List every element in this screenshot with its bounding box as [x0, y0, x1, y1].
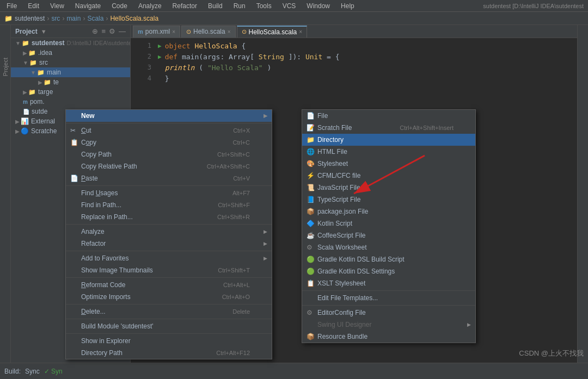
menu-label-paste: Paste	[81, 175, 98, 182]
cut-shortcut: Ctrl+X	[233, 127, 263, 134]
tree-item-main[interactable]: ▼ 📁 main	[11, 67, 130, 77]
menu-build[interactable]: Build	[206, 1, 225, 11]
separator-5	[66, 277, 272, 278]
paste-shortcut: Ctrl+V	[233, 175, 263, 182]
separator-3	[66, 224, 272, 225]
breadcrumb-project[interactable]: sutdentest	[15, 15, 45, 22]
menu-file[interactable]: File	[4, 1, 19, 11]
menu-item-show-explorer[interactable]: Show in Explorer	[66, 335, 272, 347]
settings-icon[interactable]: ⚙	[109, 27, 115, 35]
menu-label-add-favorites: Add to Favorites	[81, 254, 128, 262]
tree-item-target[interactable]: ▶ 📁 targe	[11, 87, 130, 97]
menu-item-cut[interactable]: ✂ Cut Ctrl+X	[66, 125, 272, 136]
filter-icon[interactable]: ≡	[101, 27, 106, 35]
tab-helloscala[interactable]: ⊙ HelloScala.scala ×	[237, 26, 308, 38]
menu-vcs[interactable]: VCS	[280, 1, 298, 11]
menu-item-kotlin-script[interactable]: 🔷 Kotlin Script	[302, 218, 475, 229]
menu-item-reformat[interactable]: Reformat Code Ctrl+Alt+L	[66, 279, 272, 291]
menu-refactor[interactable]: Refactor	[170, 1, 199, 11]
line-num-3: 3	[135, 64, 151, 71]
minimize-icon[interactable]: —	[119, 27, 126, 35]
menu-item-add-favorites[interactable]: Add to Favorites	[66, 252, 272, 264]
sep-right-2	[302, 305, 475, 306]
breadcrumb-scala[interactable]: Scala	[87, 15, 103, 22]
menu-item-directory[interactable]: 📁 Directory	[302, 134, 475, 146]
html-file-icon: 🌐	[307, 148, 315, 156]
breadcrumb-main[interactable]: main	[66, 15, 81, 22]
breadcrumb-src[interactable]: src	[51, 15, 60, 22]
menu-item-replace-in-path[interactable]: Replace in Path... Ctrl+Shift+R	[66, 211, 272, 223]
menu-item-resource-bundle[interactable]: 📦 Resource Bundle	[302, 331, 475, 343]
menu-item-scratch-file[interactable]: 📝 Scratch File Ctrl+Alt+Shift+Insert	[302, 122, 475, 134]
menu-edit[interactable]: Edit	[26, 1, 41, 11]
menu-view[interactable]: View	[48, 1, 66, 11]
copy-shortcut: Ctrl+C	[233, 139, 263, 146]
menu-item-find-usages[interactable]: Find Usages Alt+F7	[66, 187, 272, 199]
tree-item-te[interactable]: ▶ 📁 te	[11, 77, 130, 87]
menu-item-copy-rel-path[interactable]: Copy Relative Path Ctrl+Alt+Shift+C	[66, 160, 272, 172]
menu-item-js-file[interactable]: 📜 JavaScript File	[302, 182, 475, 194]
menu-help[interactable]: Help	[339, 1, 357, 11]
breadcrumb-file[interactable]: HelloScala.scala	[110, 15, 158, 22]
tab-hello-scala[interactable]: ⊙ Hello.scala ×	[181, 26, 236, 38]
menu-label-xslt: XSLT Stylesheet	[317, 279, 365, 287]
bottom-bar: Build: Sync ✓ Syn	[0, 363, 588, 379]
menu-item-edit-templates[interactable]: Edit File Templates...	[302, 292, 475, 304]
menu-label-delete: Delete...	[81, 308, 106, 315]
title-right: sutdentest [D:\IntelliJ IDEA\sutdentest	[483, 3, 584, 9]
run-icon-1[interactable]: ▶	[158, 42, 162, 49]
menu-item-ts-file[interactable]: 📘 TypeScript File	[302, 194, 475, 206]
menu-analyze[interactable]: Analyze	[136, 1, 164, 11]
menu-label-cfml: CFML/CFC file	[317, 172, 360, 179]
tab-close-helloscala[interactable]: ×	[299, 29, 302, 35]
tree-item-pom[interactable]: m pom.	[11, 97, 130, 107]
menu-label-new: New	[81, 112, 95, 120]
menu-item-optimize[interactable]: Optimize Imports Ctrl+Alt+O	[66, 291, 272, 303]
menu-window[interactable]: Window	[304, 1, 332, 11]
menu-item-stylesheet[interactable]: 🎨 Stylesheet	[302, 158, 475, 170]
tab-pom-xml[interactable]: m pom.xml ×	[133, 26, 180, 38]
menu-item-scala-worksheet[interactable]: ⚙ Scala Worksheet	[302, 241, 475, 253]
menu-item-editorconfig[interactable]: ⚙ EditorConfig File	[302, 307, 475, 319]
context-menu-left: New ✂ Cut Ctrl+X 📋 Copy Ctrl+C Copy Path…	[65, 109, 272, 359]
editor-line-4: 4 ▶ }	[131, 73, 577, 84]
menu-code[interactable]: Code	[109, 1, 130, 11]
breadcrumb-root[interactable]: 📁	[4, 15, 13, 22]
tree-item-idea[interactable]: ▶ 📁 .idea	[11, 48, 130, 58]
menu-item-gradle-build[interactable]: 🟢 Gradle Kotlin DSL Build Script	[302, 253, 475, 265]
menu-item-build-module[interactable]: Build Module 'sutdentest'	[66, 320, 272, 332]
sidebar-header: Project ▼ ⊕ ≡ ⚙ —	[11, 25, 130, 38]
menu-item-file[interactable]: 📄 File	[302, 110, 475, 122]
menu-run[interactable]: Run	[231, 1, 248, 11]
menu-item-gradle-settings[interactable]: 🟢 Gradle Kotlin DSL Settings	[302, 265, 475, 277]
menu-item-coffeescript[interactable]: ☕ CoffeeScript File	[302, 229, 475, 241]
menu-navigate[interactable]: Navigate	[73, 1, 103, 11]
sidebar-dropdown-icon[interactable]: ▼	[41, 28, 47, 35]
menu-item-copy[interactable]: 📋 Copy Ctrl+C	[66, 136, 272, 148]
menu-item-new[interactable]: New	[66, 110, 272, 122]
menu-item-html-file[interactable]: 🌐 HTML File	[302, 146, 475, 158]
tab-close-hello[interactable]: ×	[228, 29, 231, 35]
tree-item-sutdentest[interactable]: ▼ 📁 sutdentest D:\IntelliJ IDEA\sutdente…	[11, 38, 130, 48]
sync-label[interactable]: Sync	[25, 368, 40, 375]
menu-item-cfml-file[interactable]: ⚡ CFML/CFC file	[302, 170, 475, 182]
menu-item-refactor[interactable]: Refactor	[66, 238, 272, 250]
separator-8	[66, 333, 272, 334]
menu-item-delete[interactable]: Delete... Delete	[66, 306, 272, 318]
tree-item-src[interactable]: ▼ 📁 src	[11, 58, 130, 67]
menu-tools[interactable]: Tools	[254, 1, 274, 11]
menu-label-directory: Directory	[317, 136, 344, 144]
tab-label-helloscala: HelloScala.scala	[249, 28, 297, 36]
menu-item-directory-path[interactable]: Directory Path Ctrl+Alt+F12	[66, 347, 272, 359]
tab-close-pom[interactable]: ×	[172, 29, 175, 35]
run-icon-2[interactable]: ▶	[158, 53, 162, 60]
sync-icon[interactable]: ⊕	[92, 27, 98, 35]
menu-item-xslt[interactable]: 📋 XSLT Stylesheet	[302, 277, 475, 289]
menu-item-package-json[interactable]: 📦 package.json File	[302, 206, 475, 218]
menu-item-find-in-path[interactable]: Find in Path... Ctrl+Shift+F	[66, 199, 272, 211]
project-strip-label[interactable]: Project	[2, 58, 9, 76]
menu-item-show-thumbnails[interactable]: Show Image Thumbnails Ctrl+Shift+T	[66, 264, 272, 276]
menu-item-copy-path[interactable]: Copy Path Ctrl+Shift+C	[66, 148, 272, 160]
menu-item-analyze[interactable]: Analyze	[66, 226, 272, 238]
menu-item-paste[interactable]: 📄 Paste Ctrl+V	[66, 172, 272, 184]
